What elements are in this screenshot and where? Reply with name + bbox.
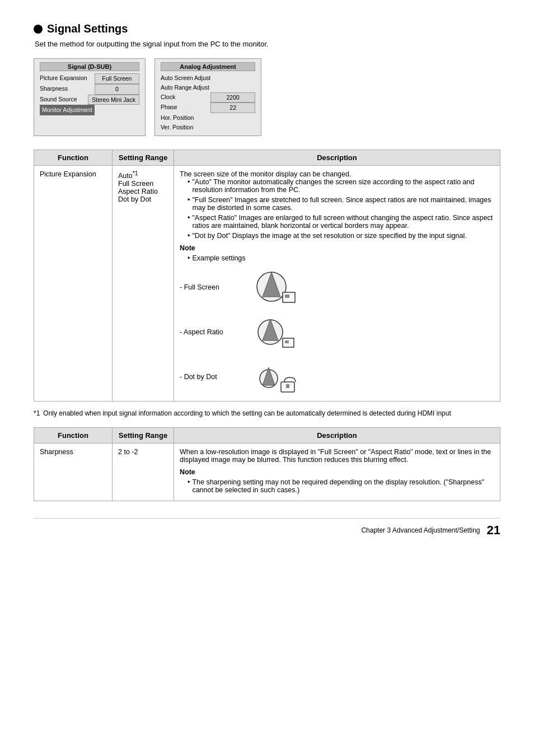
page-subtitle: Set the method for outputting the signal… [35, 40, 500, 48]
cell-description: The screen size of the monitor display c… [174, 165, 500, 401]
cell-function: Picture Expansion [34, 165, 113, 401]
osd-right-row-3: Phase 22 [161, 102, 255, 113]
osd-right-row-4: Hor. Position [161, 113, 255, 123]
osd-right-row-1: Auto Range Adjust [161, 83, 255, 92]
cell-function-sharpness: Sharpness [34, 443, 113, 501]
svg-rect-11 [286, 384, 289, 388]
col-setting-2: Setting Range [113, 427, 174, 443]
col-description-2: Description [174, 427, 500, 443]
page-title: Signal Settings [34, 22, 500, 35]
footnote-1: *1 Only enabled when input signal inform… [34, 409, 500, 417]
osd-right-title: Analog Adjustment [161, 62, 255, 71]
page-footer: Chapter 3 Advanced Adjustment/Setting 21 [34, 518, 500, 538]
svg-rect-7 [285, 340, 289, 343]
table-row: Picture Expansion Auto*1Full ScreenAspec… [34, 165, 500, 401]
chapter-label: Chapter 3 Advanced Adjustment/Setting [361, 526, 480, 534]
osd-left-row-2: Sound Source Stereo Mini Jack [40, 95, 139, 105]
osd-right-row-5: Ver. Position [161, 123, 255, 132]
osd-left-row-1: Sharpness 0 [40, 84, 139, 95]
osd-left-row-0: Picture Expansion Full Screen [40, 73, 139, 84]
osd-left-box: Signal (D-SUB) Picture Expansion Full Sc… [34, 58, 146, 136]
bullet-icon [34, 25, 43, 34]
aspect-ratio-icon [250, 312, 301, 352]
cell-setting: Auto*1Full ScreenAspect RatioDot by Dot [113, 165, 174, 401]
osd-right-row-2: Clock 2200 [161, 92, 255, 103]
function-table-2: Function Setting Range Description Sharp… [34, 427, 500, 501]
col-function-2: Function [34, 427, 113, 443]
function-table-1: Function Setting Range Description Pictu… [34, 150, 500, 402]
osd-right-box: Analog Adjustment Auto Screen Adjust Aut… [154, 58, 261, 136]
example-full-screen: - Full Screen [180, 268, 494, 307]
col-description-1: Description [174, 150, 500, 165]
col-setting-1: Setting Range [113, 150, 174, 165]
col-function-1: Function [34, 150, 113, 165]
table-row: Sharpness 2 to -2 When a low-resolution … [34, 443, 500, 501]
osd-right-row-0: Auto Screen Adjust [161, 73, 255, 83]
page-number: 21 [487, 523, 500, 538]
full-screen-icon [250, 268, 301, 307]
dot-by-dot-icon [250, 357, 301, 396]
cell-description-sharpness: When a low-resolution image is displayed… [174, 443, 500, 501]
osd-left-row-3: Monitor Adjustment [40, 105, 139, 115]
cell-setting-sharpness: 2 to -2 [113, 443, 174, 501]
example-aspect-ratio: - Aspect Ratio [180, 312, 494, 352]
svg-rect-3 [285, 295, 289, 298]
example-dot-by-dot: - Dot by Dot [180, 357, 494, 396]
osd-screenshots: Signal (D-SUB) Picture Expansion Full Sc… [34, 58, 500, 136]
osd-left-title: Signal (D-SUB) [40, 62, 139, 71]
